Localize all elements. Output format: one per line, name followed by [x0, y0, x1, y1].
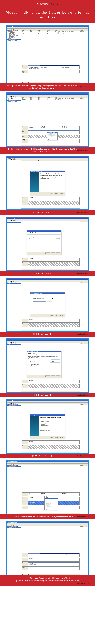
legend: Unallocated Primary partition [21, 82, 80, 83]
col-volume[interactable]: Volume [21, 30, 30, 31]
summary-list[interactable]: Volume type: Simple Volume Disk selected… [40, 421, 64, 430]
close-icon[interactable]: ✕ [87, 218, 87, 218]
tree-root[interactable]: Computer Management (Local) [7, 30, 21, 31]
step-2: Computer Management✕ File Action View He… [0, 90, 95, 146]
tree-performance[interactable]: Performance [7, 36, 21, 37]
vl-cell[interactable]: Local Disk (G:) [21, 33, 30, 34]
header: KingSpec® SSD [0, 0, 95, 8]
step-9: Computer Management✕ File Action View He… [0, 519, 95, 575]
screenshot-2: Computer Management✕ File Action View He… [6, 92, 89, 146]
drive-letter-select[interactable]: H▾ [44, 298, 53, 299]
cancel-button[interactable]: Cancel [56, 252, 61, 254]
wizard-complete: New Simple Volume Wizard✕ Completing the… [30, 414, 65, 439]
tree-pane[interactable]: Computer Management (Local) System Tools… [7, 30, 21, 83]
tree-disk-management[interactable]: Disk Management [7, 39, 21, 40]
volume-list[interactable]: Volume Layout Type File System Status (C… [21, 30, 80, 39]
cancel-button[interactable]: Cancel [56, 376, 61, 377]
caption-3: （3）Click "Next". (as pic. 3) KingSpec® S… [0, 210, 95, 215]
back-button[interactable]: < Back [45, 376, 50, 377]
ctx-new-simple-volume[interactable]: New Simple Volume... [47, 132, 57, 133]
actions-pane: Actions Disk Manage... More Actions ► [80, 30, 88, 83]
close-icon[interactable]: ✕ [87, 26, 87, 27]
screenshot-6: Computer Management✕ File Action View He… [6, 338, 89, 392]
window-titlebar: Computer Management ✕ [7, 26, 88, 28]
compression-checkbox[interactable] [30, 365, 31, 366]
caption-5: （5）Click "Next". (as pic. 5) KingSpec® S… [0, 332, 95, 336]
cancel-button[interactable]: Cancel [59, 437, 64, 438]
back-button: < Back [49, 193, 54, 194]
step-6: Computer Management✕ File Action View He… [0, 336, 95, 392]
finish-button[interactable]: Finish [54, 437, 59, 438]
radio-format[interactable] [28, 358, 29, 359]
next-button[interactable]: Next > [51, 252, 55, 254]
ctx-cancel-format[interactable]: Cancel Format [45, 498, 58, 500]
col-status[interactable]: Status [55, 30, 80, 31]
close-icon[interactable]: ✕ [63, 293, 64, 294]
tree-local-users[interactable]: Local Users and Groups [7, 35, 21, 36]
screenshot-5: Computer Management✕ File Action View He… [6, 278, 89, 332]
screenshot-3: Computer Management✕ File Action View He… [6, 156, 89, 210]
close-icon[interactable]: ✕ [63, 171, 64, 172]
chevron-down-icon: ▾ [59, 360, 60, 361]
col-layout[interactable]: Layout [30, 30, 38, 31]
quick-format-checkbox[interactable] [30, 364, 31, 365]
close-icon[interactable]: ✕ [87, 522, 87, 523]
cancel-button[interactable]: Cancel [59, 193, 64, 194]
next-button[interactable]: Next > [54, 193, 59, 194]
col-fs[interactable]: File System [47, 30, 55, 31]
radio-no-format[interactable] [28, 357, 29, 358]
screenshot-4: Computer Management✕ File Action View He… [6, 217, 89, 271]
step-5: Computer Management✕ File Action View He… [0, 276, 95, 332]
caption-brand: KingSpec® SSD [77, 86, 89, 88]
back-button[interactable]: < Back [49, 315, 54, 316]
close-icon[interactable]: ✕ [87, 461, 87, 462]
close-icon[interactable]: ✕ [60, 351, 61, 352]
disk-1-row[interactable]: Disk 1Basic465.76 GBOnline (G:)465.76 GB… [22, 70, 80, 74]
close-icon[interactable]: ✕ [87, 340, 87, 340]
spin-down-icon[interactable]: ▼ [59, 238, 60, 239]
col-type[interactable]: Type [38, 30, 47, 31]
context-menu[interactable]: New Simple Volume... New Spanned Volume.… [47, 132, 58, 140]
tree-shared-folders[interactable]: Shared Folders [7, 34, 21, 35]
filesystem-select[interactable]: NTFS▾ [51, 360, 60, 361]
allocation-select[interactable]: Default▾ [51, 361, 60, 362]
tree-device-manager[interactable]: Device Manager [7, 37, 21, 38]
tree-system-tools[interactable]: System Tools [7, 31, 21, 32]
next-button[interactable]: Next > [51, 376, 55, 377]
tree-event-viewer[interactable]: Event Viewer [7, 33, 21, 34]
caption-8: （8）Right click on the same column and ch… [0, 514, 95, 519]
browse-button: Browse... [47, 301, 52, 302]
close-icon[interactable]: ✕ [87, 278, 87, 280]
footer: （9）After "Cancel Format" finished, SSD i… [0, 575, 95, 586]
wizard-welcome: New Simple Volume Wizard✕ Welcome to the… [30, 170, 65, 195]
brand-logo: KingSpec® SSD [37, 2, 58, 6]
back-button[interactable]: < Back [45, 252, 50, 254]
tree-task-scheduler[interactable]: Task Scheduler [7, 32, 21, 33]
disk-0-row[interactable]: Disk 0Basic465.76 GBOnline (C:)111.79 GB… [22, 65, 80, 69]
window-title: Computer Management [8, 26, 17, 27]
radio-no-letter[interactable] [32, 302, 32, 303]
back-button[interactable]: < Back [49, 437, 54, 438]
close-icon[interactable]: ✕ [87, 400, 87, 401]
tree-services-apps[interactable]: Services and Applications [7, 40, 21, 41]
wizard-size: New Simple Volume Wizard✕ Specify Volume… [27, 230, 61, 255]
next-button[interactable]: Next > [54, 315, 59, 316]
volume-label-input[interactable]: New Volume [50, 362, 60, 364]
close-icon[interactable]: ✕ [87, 156, 87, 158]
logo-ssd: SSD [51, 2, 58, 6]
radio-assign-letter[interactable] [32, 298, 32, 299]
chevron-down-icon: ▾ [59, 361, 60, 362]
close-icon[interactable]: ✕ [63, 414, 64, 416]
close-icon[interactable]: ✕ [87, 94, 87, 94]
wizard-sidebar-image [30, 172, 39, 192]
close-icon[interactable]: ✕ [60, 231, 61, 232]
caption-4: （4）Click "Next". (as pic. 4) KingSpec® S… [0, 271, 95, 276]
context-menu[interactable]: Open Explore Cancel Format Mark Partitio… [44, 496, 58, 510]
screenshot-9: Computer Management✕ File Action View He… [6, 521, 89, 575]
volume-size-input[interactable]: 30536 [56, 238, 59, 239]
tree-storage[interactable]: Storage [7, 38, 21, 39]
cancel-button[interactable]: Cancel [59, 315, 64, 316]
window-toolbar[interactable]: ◄ ► | ⌂ | ▣ | ☰ | ⟳ | ☷ [7, 28, 88, 30]
window-menu[interactable]: File Action View Help [7, 28, 88, 28]
radio-mount-folder[interactable] [32, 300, 32, 300]
